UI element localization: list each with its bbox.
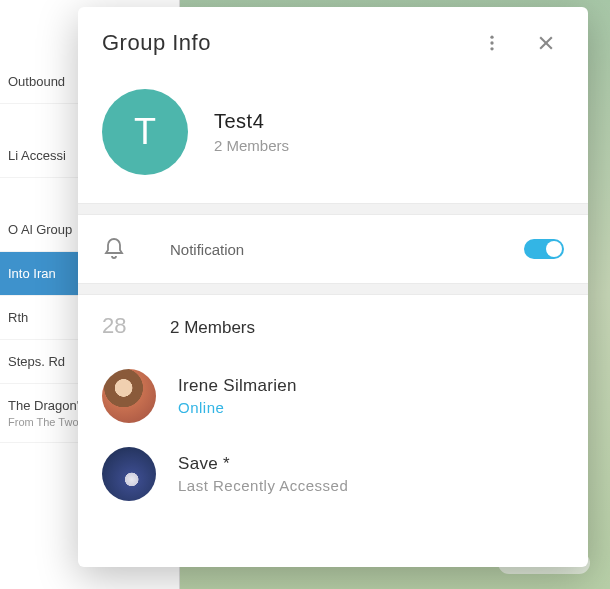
member-info: Irene Silmarien Online xyxy=(178,376,297,416)
members-section: 28 2 Members Irene Silmarien Online Save… xyxy=(78,295,588,531)
svg-point-0 xyxy=(490,36,493,39)
member-avatar xyxy=(102,447,156,501)
sidebar-item-label: Into Iran xyxy=(8,266,56,281)
members-section-number: 28 xyxy=(102,313,142,339)
member-status: Online xyxy=(178,399,297,416)
close-button[interactable] xyxy=(528,25,564,61)
sidebar-item-label: O Al Group xyxy=(8,222,72,237)
sidebar-item-label: Outbound xyxy=(8,74,65,89)
members-header: 28 2 Members xyxy=(102,313,564,339)
group-summary: T Test4 2 Members xyxy=(78,71,588,203)
header-actions xyxy=(474,25,564,61)
member-name: Irene Silmarien xyxy=(178,376,297,396)
modal-title: Group Info xyxy=(102,30,474,56)
sidebar-item-label: Steps. Rd xyxy=(8,354,65,369)
divider xyxy=(78,283,588,295)
more-vertical-icon xyxy=(482,33,502,53)
more-options-button[interactable] xyxy=(474,25,510,61)
member-info: Save * Last Recently Accessed xyxy=(178,454,348,494)
member-avatar xyxy=(102,369,156,423)
modal-header: Group Info xyxy=(78,7,588,71)
members-section-title: 2 Members xyxy=(170,318,255,338)
notification-label: Notification xyxy=(170,241,524,258)
sidebar-item-label: Li Accessi xyxy=(8,148,66,163)
svg-point-2 xyxy=(490,47,493,50)
sidebar-item-label: The Dragon' xyxy=(8,398,79,413)
group-member-count: 2 Members xyxy=(214,137,289,154)
group-info-modal: Group Info T Test4 2 Members xyxy=(78,7,588,567)
divider xyxy=(78,203,588,215)
group-avatar-letter: T xyxy=(134,111,156,153)
group-name: Test4 xyxy=(214,110,289,133)
svg-point-1 xyxy=(490,41,493,44)
member-name: Save * xyxy=(178,454,348,474)
notification-row: Notification xyxy=(78,215,588,283)
bell-icon-wrap xyxy=(102,237,142,261)
member-status: Last Recently Accessed xyxy=(178,477,348,494)
group-avatar[interactable]: T xyxy=(102,89,188,175)
bell-icon xyxy=(102,237,126,261)
member-row[interactable]: Irene Silmarien Online xyxy=(102,357,564,435)
member-row[interactable]: Save * Last Recently Accessed xyxy=(102,435,564,513)
notification-toggle[interactable] xyxy=(524,239,564,259)
group-meta: Test4 2 Members xyxy=(214,110,289,154)
close-icon xyxy=(536,33,556,53)
sidebar-item-label: Rth xyxy=(8,310,28,325)
